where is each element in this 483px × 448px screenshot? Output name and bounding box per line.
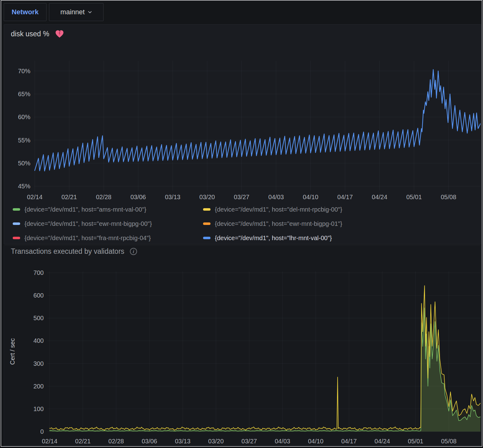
x-axis-tick-label: 04/17 xyxy=(341,438,357,445)
x-axis-tick-label: 05/01 xyxy=(408,438,423,445)
validator-certs-yellow-fill xyxy=(50,286,481,432)
x-axis-tick-label: 04/10 xyxy=(308,438,323,445)
panel-transactions: Transactions executed by validators i 01… xyxy=(4,245,481,446)
legend-item-del-mnt-rpcbig-00[interactable]: {device="/dev/md1", host="del-mnt-rpcbig… xyxy=(203,205,342,213)
y-axis-tick-label: 50% xyxy=(18,160,30,167)
x-axis-tick-label: 02/21 xyxy=(75,438,91,445)
legend-item-lhr-mnt-val-00[interactable]: {device="/dev/md1", host="lhr-mnt-val-00… xyxy=(203,234,332,242)
x-axis-tick-label: 04/10 xyxy=(303,194,318,200)
network-variable-value: mainnet xyxy=(60,8,85,16)
legend-chip-yellow xyxy=(203,208,210,211)
x-axis-tick-label: 04/17 xyxy=(337,194,353,200)
legend-item-fra-mnt-rpcbig-04[interactable]: {device="/dev/md1", host="fra-mnt-rpcbig… xyxy=(13,234,151,242)
disk-used-series-line xyxy=(35,69,481,171)
x-axis-tick-label: 02/21 xyxy=(61,194,77,200)
y-axis-tick-label: 65% xyxy=(18,91,30,97)
x-axis-tick-label: 04/03 xyxy=(268,194,284,200)
x-axis-tick-label: 03/06 xyxy=(131,194,146,200)
x-axis-tick-label: 02/28 xyxy=(96,194,111,200)
legend-chip-blue xyxy=(203,237,210,239)
y-axis-tick-label: 0 xyxy=(40,428,44,435)
validator-certs-green-fill xyxy=(50,308,481,432)
x-axis-tick-label: 04/24 xyxy=(374,438,390,445)
y-axis-tick-label: 500 xyxy=(33,315,44,321)
y-axis-tick-label: 200 xyxy=(33,383,44,390)
variable-label-box: Network xyxy=(4,3,47,21)
y-axis-tick-label: 70% xyxy=(18,68,30,74)
x-axis-tick-label: 03/20 xyxy=(208,438,224,445)
y-axis-tick-label: 700 xyxy=(33,269,44,276)
network-variable-label: Network xyxy=(12,8,39,16)
x-axis-tick-label: 03/06 xyxy=(142,438,157,445)
y-axis-tick-label: 400 xyxy=(33,337,44,344)
x-axis-tick-label: 05/01 xyxy=(406,194,422,200)
x-axis-tick-label: 03/13 xyxy=(165,194,180,200)
y-axis-tick-label: 60% xyxy=(18,114,30,120)
legend-chip-green xyxy=(13,208,20,211)
y-axis-tick-label: 55% xyxy=(18,137,30,144)
x-axis-tick-label: 05/08 xyxy=(441,194,456,200)
x-axis-tick-label: 03/20 xyxy=(199,194,215,200)
x-axis-tick-label: 03/27 xyxy=(234,194,249,200)
network-variable-select[interactable]: mainnet xyxy=(49,3,104,21)
legend-chip-lightblue xyxy=(13,222,20,225)
y-axis-tick-label: 300 xyxy=(33,360,44,367)
y-axis-tick-label: 45% xyxy=(18,183,30,190)
x-axis-tick-label: 02/14 xyxy=(42,438,57,445)
chevron-down-icon xyxy=(88,10,92,14)
y-axis-tick-label: 600 xyxy=(33,292,44,299)
x-axis-tick-label: 02/28 xyxy=(109,438,124,445)
y-axis-tick-label: 100 xyxy=(33,405,44,412)
grafana-dashboard: Network mainnet disk used % 45%50%55%60%… xyxy=(1,0,482,447)
x-axis-tick-label: 05/08 xyxy=(441,438,457,445)
x-axis-tick-label: 04/03 xyxy=(275,438,290,445)
legend-chip-orange xyxy=(203,222,210,225)
validator-certs-green-line xyxy=(50,308,481,431)
panel-disk-used: disk used % 45%50%55%60%65%70%02/1402/21… xyxy=(4,24,481,244)
legend-item-ewr-mnt-bigpg-00[interactable]: {device="/dev/md1", host="ewr-mnt-bigpg-… xyxy=(13,220,152,228)
x-axis-tick-label: 03/13 xyxy=(175,438,190,445)
transactions-chart: 010020030040050060070002/1402/2102/2803/… xyxy=(4,245,481,446)
legend-item-ewr-mnt-bigpg-01[interactable]: {device="/dev/md1", host="ewr-mnt-bigpg-… xyxy=(203,220,342,228)
x-axis-tick-label: 03/27 xyxy=(242,438,257,445)
legend-chip-red xyxy=(13,237,20,239)
legend-item-ams-mnt-val-00[interactable]: {device="/dev/md1", host="ams-mnt-val-00… xyxy=(13,205,146,213)
validator-certs-yellow-line xyxy=(50,286,481,430)
y-axis-title: Cert / sec xyxy=(9,338,16,365)
x-axis-tick-label: 02/14 xyxy=(27,194,42,200)
x-axis-tick-label: 04/24 xyxy=(372,194,387,200)
